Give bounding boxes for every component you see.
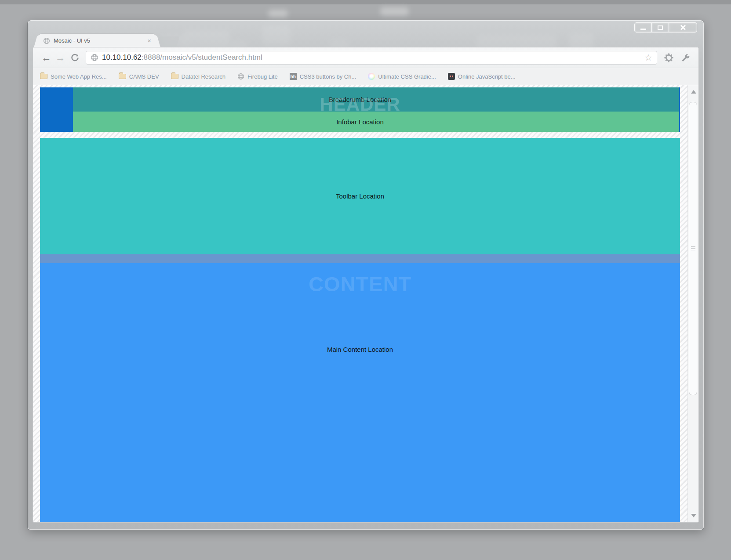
scrollbar-thumb[interactable] <box>689 102 697 395</box>
folder-icon <box>171 74 178 79</box>
scroll-up-arrow-icon[interactable] <box>691 90 696 94</box>
main-content-label: Main Content Location <box>40 346 680 353</box>
bookmark-css3-buttons[interactable]: hh CSS3 buttons by Ch... <box>290 73 356 80</box>
glass-reflection <box>268 10 288 18</box>
forward-button[interactable]: → <box>53 53 67 63</box>
minimize-button[interactable] <box>634 22 651 33</box>
bookmark-label: Online JavaScript be... <box>458 73 516 80</box>
page-content: Breadcrumb Location Infobar Location HEA… <box>40 85 680 522</box>
bookmark-folder-cams-dev[interactable]: CAMS DEV <box>119 73 159 80</box>
bookmark-label: Datatel Research <box>182 73 225 80</box>
navigation-toolbar: ← → 10.10.10.62:8888/mosaic/v5/studentSe… <box>33 47 698 68</box>
toolbar-label: Toolbar Location <box>336 192 384 200</box>
bookmark-label: Firebug Lite <box>247 73 278 80</box>
window-controls <box>634 22 697 33</box>
maximize-icon <box>658 25 663 30</box>
bookmark-folder-some-web-app[interactable]: Some Web App Res... <box>40 73 107 80</box>
header-watermark: HEADER <box>40 94 680 115</box>
maximize-button[interactable] <box>651 22 669 33</box>
browser-window: Mosaic - UI v5 × ← → 10.10.10.62:8888/mo… <box>28 20 704 530</box>
bookmark-star-icon[interactable]: ☆ <box>644 53 652 62</box>
close-button[interactable] <box>669 22 697 33</box>
toolbar-region: Toolbar Location <box>40 138 680 254</box>
bookmark-label: Ultimate CSS Gradie... <box>378 73 436 80</box>
tab-title: Mosaic - UI v5 <box>54 37 90 44</box>
url-globe-icon <box>91 54 98 61</box>
bookmark-firebug-lite[interactable]: Firebug Lite <box>237 73 278 80</box>
wrench-menu-icon[interactable] <box>678 51 692 65</box>
tab-favicon-globe-icon <box>43 37 50 44</box>
folder-icon <box>40 74 47 79</box>
scrollbar-grip-icon <box>691 246 695 251</box>
back-button[interactable]: ← <box>39 53 53 63</box>
url-path: :8888/mosaic/v5/studentSearch.html <box>142 53 262 61</box>
url-host: 10.10.10.62 <box>102 53 142 61</box>
bookmark-label: CSS3 buttons by Ch... <box>300 73 356 80</box>
main-content-region: CONTENT Main Content Location <box>40 263 680 522</box>
vertical-scrollbar[interactable] <box>687 85 698 522</box>
reload-button[interactable] <box>67 53 82 62</box>
browser-tab[interactable]: Mosaic - UI v5 × <box>39 34 156 47</box>
divider-strip <box>40 254 680 263</box>
scroll-down-arrow-icon[interactable] <box>691 514 696 517</box>
bookmark-label: CAMS DEV <box>129 73 159 80</box>
bookmark-folder-datatel-research[interactable]: Datatel Research <box>171 73 225 80</box>
close-icon <box>680 25 686 31</box>
page-header: Breadcrumb Location Infobar Location HEA… <box>40 87 680 132</box>
folder-icon <box>119 74 126 79</box>
globe-icon <box>237 73 244 80</box>
desktop: Mosaic - UI v5 × ← → 10.10.10.62:8888/mo… <box>0 0 731 560</box>
gradient-circle-icon <box>368 73 375 80</box>
minimize-icon <box>640 29 646 30</box>
tab-close-icon[interactable]: × <box>147 37 151 44</box>
gear-extension-icon[interactable] <box>662 51 676 65</box>
content-watermark: CONTENT <box>40 272 680 296</box>
address-bar[interactable]: 10.10.10.62:8888/mosaic/v5/studentSearch… <box>86 51 657 65</box>
page-viewport: Breadcrumb Location Infobar Location HEA… <box>33 85 698 522</box>
browser-chrome: ← → 10.10.10.62:8888/mosaic/v5/studentSe… <box>33 47 698 522</box>
hh-badge-icon: hh <box>290 73 297 80</box>
url-text: 10.10.10.62:8888/mosaic/v5/studentSearch… <box>102 53 262 62</box>
bookmark-label: Some Web App Res... <box>51 73 107 80</box>
bookmark-online-javascript[interactable]: Online JavaScript be... <box>448 73 516 80</box>
bookmarks-bar: Some Web App Res... CAMS DEV Datatel Res… <box>33 68 698 85</box>
robot-icon <box>448 73 455 80</box>
glass-reflection <box>380 7 409 16</box>
desktop-top-shade <box>0 0 731 4</box>
bookmark-ultimate-css-gradient[interactable]: Ultimate CSS Gradie... <box>368 73 436 80</box>
